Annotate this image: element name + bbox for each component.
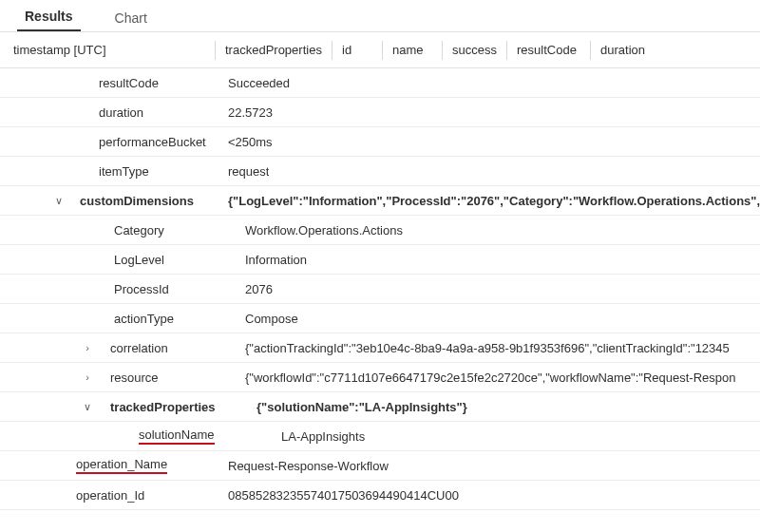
val-ProcessId: 2076: [245, 282, 273, 296]
row-operation_Name[interactable]: operation_Name Request-Response-Workflow: [0, 451, 760, 481]
col-trackedProperties[interactable]: trackedProperties: [225, 43, 330, 57]
val-trackedProperties: {"solutionName":"LA-AppInsights"}: [256, 400, 467, 414]
col-resultCode[interactable]: resultCode: [517, 43, 588, 57]
row-LogLevel[interactable]: LogLevel Information: [0, 245, 760, 275]
val-resource: {"workflowId":"c7711d107e6647179c2e15fe2…: [245, 370, 736, 385]
key-LogLevel: LogLevel: [114, 253, 164, 267]
key-operation_Id: operation_Id: [76, 488, 144, 503]
key-duration: duration: [99, 105, 143, 120]
row-itemType[interactable]: itemType request: [0, 157, 760, 186]
key-resultCode: resultCode: [99, 76, 159, 90]
key-Category: Category: [114, 223, 164, 238]
row-operation_Id[interactable]: operation_Id 085852832355740175036944904…: [0, 481, 760, 510]
column-header-row: timestamp [UTC] trackedProperties id nam…: [0, 32, 760, 68]
chevron-right-icon[interactable]: ›: [82, 342, 97, 353]
row-resource[interactable]: › resource {"workflowId":"c7711d107e6647…: [0, 363, 760, 392]
col-success[interactable]: success: [452, 43, 504, 57]
val-operation_Name: Request-Response-Workflow: [228, 459, 389, 473]
key-trackedProperties: trackedProperties: [110, 400, 216, 414]
row-resultCode[interactable]: resultCode Succeeded: [0, 68, 760, 98]
val-LogLevel: Information: [245, 253, 307, 267]
row-performanceBucket[interactable]: performanceBucket <250ms: [0, 127, 760, 157]
chevron-down-icon[interactable]: ∨: [53, 195, 68, 207]
results-grid: resultCode Succeeded duration 22.5723 pe…: [0, 68, 760, 510]
col-timestamp[interactable]: timestamp [UTC]: [13, 43, 213, 57]
row-solutionName[interactable]: solutionName LA-AppInsights: [0, 422, 760, 451]
val-performanceBucket: <250ms: [228, 135, 273, 149]
val-actionType: Compose: [245, 312, 298, 326]
row-ProcessId[interactable]: ProcessId 2076: [0, 275, 760, 304]
val-correlation: {"actionTrackingId":"3eb10e4c-8ba9-4a9a-…: [245, 341, 730, 355]
tab-results[interactable]: Results: [17, 3, 81, 31]
val-resultCode: Succeeded: [228, 76, 290, 90]
key-customDimensions: customDimensions: [80, 194, 194, 208]
row-Category[interactable]: Category Workflow.Operations.Actions: [0, 216, 760, 245]
tab-chart[interactable]: Chart: [107, 5, 155, 31]
val-Category: Workflow.Operations.Actions: [245, 223, 403, 238]
key-actionType: actionType: [114, 312, 174, 326]
col-id[interactable]: id: [342, 43, 380, 57]
tabs-bar: Results Chart: [0, 0, 760, 32]
val-operation_Id: 08585283235574017503694490414CU00: [228, 488, 459, 503]
val-itemType: request: [228, 164, 269, 179]
key-resource: resource: [110, 370, 159, 385]
key-performanceBucket: performanceBucket: [99, 135, 206, 149]
row-customDimensions[interactable]: ∨ customDimensions {"LogLevel":"Informat…: [0, 186, 760, 216]
chevron-down-icon[interactable]: ∨: [82, 401, 97, 413]
val-solutionName: LA-AppInsights: [281, 429, 365, 444]
col-name[interactable]: name: [392, 43, 440, 57]
key-solutionName: solutionName: [139, 428, 215, 445]
row-correlation[interactable]: › correlation {"actionTrackingId":"3eb10…: [0, 333, 760, 363]
val-duration: 22.5723: [228, 105, 273, 120]
key-ProcessId: ProcessId: [114, 282, 169, 296]
key-correlation: correlation: [110, 341, 168, 355]
row-trackedProperties[interactable]: ∨ trackedProperties {"solutionName":"LA-…: [0, 392, 760, 422]
row-actionType[interactable]: actionType Compose: [0, 304, 760, 333]
key-itemType: itemType: [99, 164, 149, 179]
key-operation_Name: operation_Name: [76, 457, 167, 474]
col-duration[interactable]: duration: [600, 43, 656, 57]
chevron-right-icon[interactable]: ›: [82, 371, 97, 383]
row-duration[interactable]: duration 22.5723: [0, 98, 760, 127]
val-customDimensions: {"LogLevel":"Information","ProcessId":"2…: [228, 194, 760, 208]
